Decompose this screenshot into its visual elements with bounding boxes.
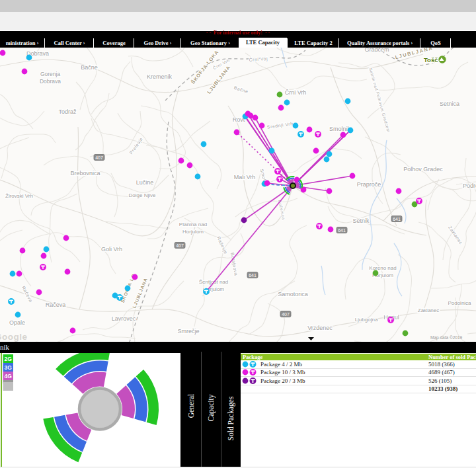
svg-text:Tošč: Tošč <box>424 56 438 63</box>
svg-text:Podolnica: Podolnica <box>448 300 471 306</box>
svg-text:4G: 4G <box>5 373 13 379</box>
svg-text:Setnica: Setnica <box>440 100 459 107</box>
svg-text:Žirovski Vrh: Žirovski Vrh <box>5 193 33 199</box>
svg-text:Goli Vrh: Goli Vrh <box>101 246 122 253</box>
svg-text:Polhov Gradec: Polhov Gradec <box>403 166 443 173</box>
svg-text:407: 407 <box>95 155 103 160</box>
svg-text:Planina nad: Planina nad <box>179 221 207 227</box>
svg-text:Samotorica: Samotorica <box>278 291 308 298</box>
svg-text:Setnik: Setnik <box>352 218 370 224</box>
svg-text:Smrečje: Smrečje <box>177 328 199 335</box>
svg-text:641: 641 <box>338 228 346 233</box>
svg-text:Zaklanec: Zaklanec <box>418 307 439 313</box>
svg-text:Mali Vrh: Mali Vrh <box>234 174 256 180</box>
svg-text:Gradčem: Gradčem <box>364 48 389 53</box>
svg-text:Brebovnica: Brebovnica <box>70 170 100 177</box>
svg-text:Bačne: Bačne <box>81 64 98 71</box>
svg-text:2G: 2G <box>5 356 13 362</box>
svg-text:641: 641 <box>393 217 401 221</box>
svg-text:Gorenja: Gorenja <box>40 71 61 77</box>
svg-text:Opale: Opale <box>9 319 25 326</box>
svg-text:Koreno nad: Koreno nad <box>369 265 396 271</box>
svg-text:641: 641 <box>249 273 257 278</box>
svg-text:407: 407 <box>176 243 184 248</box>
svg-text:Horjulom: Horjulom <box>182 229 204 235</box>
svg-text:3G: 3G <box>5 364 13 371</box>
svg-text:Črni Vrh: Črni Vrh <box>285 89 307 96</box>
svg-text:407: 407 <box>282 312 290 317</box>
svg-text:Dolge Njive: Dolge Njive <box>129 192 156 198</box>
svg-text:Lavrovec: Lavrovec <box>112 315 136 322</box>
svg-text:Kremenik: Kremenik <box>147 73 173 80</box>
svg-text:Lučine: Lučine <box>136 179 154 186</box>
svg-text:Todraž: Todraž <box>58 108 77 115</box>
svg-text:Podrebr: Podrebr <box>463 182 476 189</box>
svg-text:Map data ©2019: Map data ©2019 <box>430 335 463 340</box>
svg-text:Ljubgojna: Ljubgojna <box>355 317 378 323</box>
svg-text:Google: Google <box>0 332 28 342</box>
svg-text:Dobrava: Dobrava <box>40 78 61 85</box>
svg-text:Vrzdenec: Vrzdenec <box>307 325 333 331</box>
svg-text:Praproče: Praproče <box>357 181 381 188</box>
svg-text:Račeva: Račeva <box>46 301 66 308</box>
svg-text:Smolnik: Smolnik <box>329 126 351 132</box>
